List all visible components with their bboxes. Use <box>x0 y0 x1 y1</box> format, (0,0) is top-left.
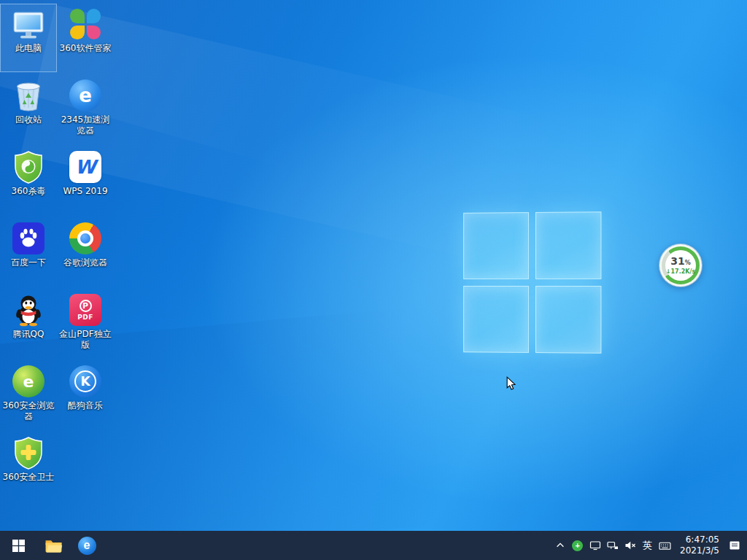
windows-logo-pane <box>535 286 601 354</box>
clock-date: 2021/3/5 <box>680 545 719 556</box>
chevron-up-icon <box>555 540 565 551</box>
desktop-icon-label: 百度一下 <box>11 257 46 268</box>
monitor-icon <box>589 540 601 551</box>
desktop-icon-label: 酷狗音乐 <box>68 400 103 411</box>
taskbar-browser-button[interactable]: e <box>70 531 104 560</box>
download-float-ball[interactable]: 31% ↓17.2K/s <box>659 244 702 287</box>
this-pc-icon <box>11 7 46 42</box>
taskbar-left: e <box>0 531 104 560</box>
desktop-icon-360-antivirus[interactable]: 360杀毒 <box>1 147 56 214</box>
tray-display-icon[interactable] <box>587 531 603 560</box>
kugou-k-glyph: K <box>69 365 101 397</box>
start-button[interactable] <box>0 531 36 560</box>
download-speed: ↓17.2K/s <box>666 268 695 276</box>
taskbar-clock[interactable]: 6:47:05 2021/3/5 <box>674 534 725 556</box>
pdf-icon: P PDF <box>68 292 103 327</box>
desktop-icon-label: 2345加速浏览器 <box>58 114 113 136</box>
tray-360-speed-icon[interactable]: + <box>569 531 586 560</box>
chrome-icon <box>68 221 103 256</box>
wps-w-glyph: W <box>75 156 96 178</box>
desktop-icon-label: 此电脑 <box>15 43 42 54</box>
pdf-label-glyph: PDF <box>77 314 93 321</box>
windows-logo-pane <box>463 212 528 279</box>
system-tray: + 英 <box>551 531 747 560</box>
360-antivirus-icon <box>11 149 46 184</box>
desktop-icon-baidu[interactable]: 百度一下 <box>1 219 56 286</box>
wps-icon: W <box>68 149 103 184</box>
desktop-icon-label: 360安全卫士 <box>3 472 55 483</box>
folder-icon <box>44 537 63 555</box>
browser-e-glyph: e <box>69 79 101 112</box>
windows-logo-pane <box>535 211 601 279</box>
desktop-icon-label: 腾讯QQ <box>13 329 44 340</box>
tray-ime-indicator[interactable]: 英 <box>639 531 656 560</box>
desktop-icon-label: 360软件管家 <box>60 43 112 54</box>
tray-network-icon[interactable] <box>604 531 621 560</box>
desktop-icon-this-pc[interactable]: 此电脑 <box>1 4 56 71</box>
desktop-icon-label: 回收站 <box>15 114 42 125</box>
desktop-icon-tencent-qq[interactable]: 腾讯QQ <box>1 290 56 357</box>
desktop-icon-google-chrome[interactable]: 谷歌浏览器 <box>58 219 113 286</box>
desktop-icon-wps-2019[interactable]: W WPS 2019 <box>58 147 113 214</box>
desktop-icon-360-safety-guard[interactable]: 360安全卫士 <box>1 433 56 500</box>
speaker-mute-icon <box>624 540 636 551</box>
pdf-p-glyph: P <box>80 300 92 312</box>
hidden-icons-chevron[interactable] <box>551 531 568 560</box>
desktop-icon-recycle-bin[interactable]: 回收站 <box>1 76 56 143</box>
taskbar-file-explorer-button[interactable] <box>36 531 70 560</box>
pinwheel-petal <box>70 26 85 40</box>
desktop-icon-label: 360杀毒 <box>12 186 46 197</box>
baidu-icon <box>11 221 46 256</box>
desktop-icon-label: 谷歌浏览器 <box>63 257 107 268</box>
ime-language-label: 英 <box>643 539 652 552</box>
windows-start-icon <box>12 540 25 552</box>
float-ball-core: 31% ↓17.2K/s <box>665 250 696 281</box>
tray-volume-muted-icon[interactable] <box>622 531 638 560</box>
pinwheel-petal <box>87 26 101 40</box>
progress-percent: 31% <box>670 256 691 268</box>
recycle-bin-icon <box>11 78 46 113</box>
windows-logo <box>463 211 601 354</box>
desktop-icon-column-2: 360软件管家 e 2345加速浏览器 W WPS 2019 谷歌浏览器 P <box>58 4 113 429</box>
desktop-icon-label: 360安全浏览器 <box>1 400 56 422</box>
kugou-icon: K <box>68 364 103 399</box>
desktop-screen: 此电脑 回收站 <box>0 0 747 560</box>
pinwheel-icon <box>68 7 103 42</box>
tray-touch-keyboard[interactable] <box>657 531 673 560</box>
2345-browser-icon: e <box>68 78 103 113</box>
clock-time: 6:47:05 <box>686 534 719 545</box>
action-center-button[interactable] <box>726 531 743 560</box>
notification-icon <box>729 540 740 551</box>
desktop-icon-360-secure-browser[interactable]: e 360安全浏览器 <box>1 362 56 429</box>
desktop-icon-360-software-manager[interactable]: 360软件管家 <box>58 4 113 71</box>
light-beam <box>20 5 723 308</box>
keyboard-icon <box>659 540 671 552</box>
pinwheel-petal <box>87 9 101 23</box>
qq-penguin-icon <box>11 292 46 327</box>
desktop-icon-label: 金山PDF独立版 <box>58 329 113 351</box>
desktop-icon-label: WPS 2019 <box>63 186 107 197</box>
360-browser-icon: e <box>11 364 46 399</box>
pinwheel-petal <box>70 9 85 23</box>
progress-ring: 31% ↓17.2K/s <box>662 246 700 284</box>
windows-logo-pane <box>463 286 528 353</box>
360-guard-shield-icon <box>11 435 46 470</box>
desktop-icon-column-1: 此电脑 回收站 <box>1 4 56 500</box>
green-circle-icon: + <box>572 540 583 551</box>
desktop-icon-kugou-music[interactable]: K 酷狗音乐 <box>58 362 113 429</box>
ethernet-network-icon <box>607 540 619 551</box>
desktop-icon-2345-browser[interactable]: e 2345加速浏览器 <box>58 76 113 143</box>
browser-icon: e <box>78 537 96 555</box>
taskbar: e + <box>0 531 747 560</box>
desktop-icon-kingsoft-pdf[interactable]: P PDF 金山PDF独立版 <box>58 290 113 357</box>
browser-e-glyph: e <box>12 365 44 397</box>
